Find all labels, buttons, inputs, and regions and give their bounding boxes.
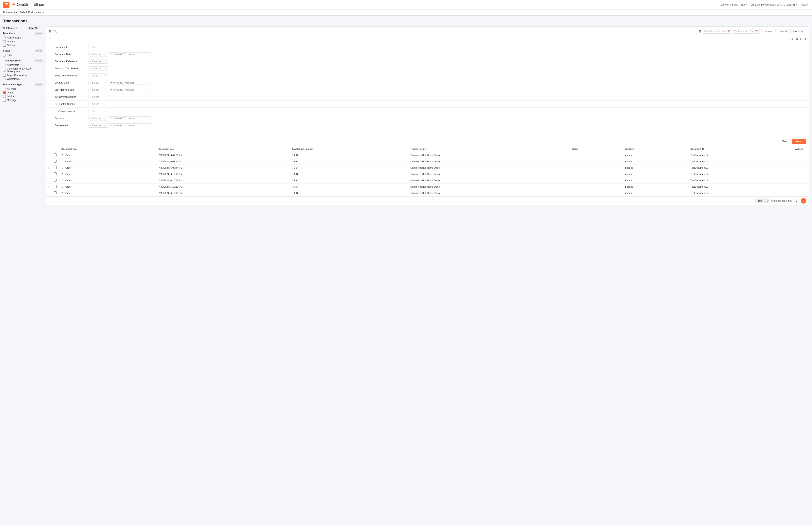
row-checkbox-2[interactable] bbox=[54, 166, 57, 169]
input-created-date[interactable] bbox=[108, 81, 151, 85]
org-menu[interactable]: JB Example Company (Org ID: 12345) ▼ bbox=[751, 3, 798, 6]
row-checkbox-4[interactable] bbox=[54, 179, 57, 181]
checkbox-inbound[interactable] bbox=[3, 40, 6, 43]
view-icon-button[interactable]: 👁 bbox=[791, 38, 794, 41]
expand-gs-control[interactable]: › bbox=[51, 103, 54, 105]
select-box-additional-doc-ref[interactable]: – Select – ▾ bbox=[88, 66, 108, 71]
row-checkbox-0[interactable] bbox=[54, 153, 57, 156]
checkbox-invoice[interactable] bbox=[3, 95, 6, 98]
row-checkbox-3[interactable] bbox=[54, 172, 57, 175]
from-date-input[interactable]: From Transaction Date 📅 bbox=[703, 29, 732, 33]
expand-last-modified[interactable]: › bbox=[51, 89, 54, 91]
expand-extra[interactable]: › bbox=[51, 131, 54, 134]
checkbox-error[interactable] bbox=[3, 54, 6, 57]
expand-isa-control[interactable]: › bbox=[51, 96, 54, 98]
env-selector[interactable]: Default Environment ▼ bbox=[20, 11, 44, 14]
prev-page-button[interactable]: ‹ bbox=[794, 198, 799, 204]
expand-downloaded[interactable]: › bbox=[51, 124, 54, 126]
expand-document-ref[interactable]: › bbox=[51, 60, 54, 63]
row-checkbox-1[interactable] bbox=[54, 160, 57, 163]
row-expand-6[interactable]: › bbox=[46, 190, 51, 196]
select-box-document-id[interactable]: – Select – ▾ bbox=[88, 45, 108, 49]
select-box-integration-ref[interactable]: – Select – ▾ bbox=[88, 74, 108, 78]
clear-all-button[interactable]: Clear All bbox=[28, 27, 39, 30]
row-expand-4[interactable]: › bbox=[46, 177, 51, 184]
expand-document-date[interactable]: › bbox=[51, 53, 54, 56]
row-checkbox-cell-3 bbox=[51, 171, 59, 177]
checkbox-commercehub-amazon[interactable] bbox=[3, 69, 6, 72]
trading-partners-clear-button[interactable]: Clear bbox=[35, 59, 43, 62]
per-page-select[interactable]: 500 100 50 bbox=[755, 198, 769, 203]
row-date-1: 7/30/2024, 6:08:44 PM bbox=[156, 159, 290, 165]
directions-clear-button[interactable]: Clear bbox=[35, 32, 43, 35]
hamburger-menu[interactable] bbox=[3, 2, 10, 8]
help-menu[interactable]: Help ▼ bbox=[801, 3, 809, 6]
select-box-gs-control[interactable]: – Select – ▾ bbox=[88, 102, 108, 106]
filter-refresh-button[interactable]: ↺ bbox=[48, 38, 51, 41]
checkbox-order[interactable] bbox=[3, 91, 6, 94]
row-expand-5[interactable]: › bbox=[46, 184, 51, 190]
expand-created-date[interactable]: › bbox=[51, 81, 54, 84]
hamburger-icon bbox=[5, 3, 8, 6]
org-chevron-icon: ▼ bbox=[796, 3, 798, 6]
download-icon-button[interactable]: ⬇ bbox=[799, 38, 802, 41]
expand-additional-doc-ref[interactable]: › bbox=[51, 68, 54, 70]
expand-success[interactable]: › bbox=[51, 117, 54, 120]
row-doc-type-0: 🗒Order bbox=[59, 152, 156, 159]
checkbox-target[interactable] bbox=[3, 74, 6, 77]
select-box-document-ref[interactable]: – Select – ▾ bbox=[88, 59, 108, 64]
select-box-document-date[interactable]: – Select – ▾ bbox=[88, 52, 108, 57]
doc-icon-4: 🗒 bbox=[61, 179, 64, 182]
checkbox-all-directions[interactable] bbox=[3, 36, 6, 39]
row-expand-1[interactable]: › bbox=[46, 159, 51, 165]
select-box-last-modified[interactable]: – Select – ▾ bbox=[88, 88, 108, 92]
row-expand-0[interactable]: › bbox=[46, 152, 51, 159]
row-expand-3[interactable]: › bbox=[46, 171, 51, 177]
select-success: – Select – ▾ bbox=[88, 116, 151, 120]
select-integration-ref: – Select – ▾ bbox=[88, 74, 108, 78]
select-box-created-date[interactable]: – Select – ▾ bbox=[88, 80, 108, 85]
input-success[interactable] bbox=[108, 116, 151, 120]
status-clear-button[interactable]: Clear bbox=[35, 49, 43, 52]
expand-st-control[interactable]: › bbox=[51, 110, 54, 112]
last-day-button[interactable]: Last day bbox=[761, 29, 774, 33]
input-downloaded[interactable] bbox=[108, 123, 151, 127]
filter-search-button[interactable]: Search bbox=[792, 139, 806, 144]
columns-icon-button[interactable]: ⊞ bbox=[795, 38, 798, 41]
expand-integration-ref[interactable]: › bbox=[51, 74, 54, 77]
row-checkbox-5[interactable] bbox=[54, 185, 57, 188]
doc-type-clear-button[interactable]: Clear bbox=[35, 83, 43, 86]
row-checkbox-6[interactable] bbox=[54, 191, 57, 194]
last-week-button[interactable]: Last week bbox=[776, 29, 790, 33]
next-page-button[interactable]: › bbox=[801, 198, 806, 204]
user-name: Jan bbox=[741, 3, 745, 6]
filter-section-status: Status Clear Error bbox=[3, 49, 43, 57]
last-month-button[interactable]: Last month bbox=[791, 29, 806, 33]
checkbox-all-partners[interactable] bbox=[3, 64, 6, 66]
toolbar-icons: 👁 ⊞ ⬇ ↺ bbox=[791, 38, 806, 41]
filter-clear-button[interactable]: Clear bbox=[778, 139, 791, 144]
checkbox-message[interactable] bbox=[3, 99, 6, 102]
expand-document-id[interactable]: › bbox=[51, 46, 54, 48]
refresh-icon-button[interactable]: ↺ bbox=[804, 38, 806, 41]
checkbox-all-types[interactable] bbox=[3, 88, 6, 90]
input-last-modified[interactable] bbox=[108, 88, 151, 92]
to-date-input[interactable]: To Transaction Date 📅 bbox=[733, 29, 760, 33]
input-document-date[interactable] bbox=[108, 52, 151, 56]
select-box-st-control[interactable]: – Select – ▾ bbox=[88, 109, 108, 114]
filters-header: ▽ Filters 1 Clear All ✕ bbox=[3, 27, 43, 30]
search-input[interactable] bbox=[52, 29, 697, 34]
select-box-isa-control[interactable]: – Select – ▾ bbox=[88, 95, 108, 99]
close-filters-button[interactable]: ✕ bbox=[40, 27, 43, 30]
checkbox-outbound[interactable] bbox=[3, 44, 6, 47]
user-menu[interactable]: Welcome back, Jan ▼ bbox=[721, 3, 748, 6]
from-date-placeholder: From Transaction Date bbox=[704, 30, 726, 32]
row-expand-2[interactable]: › bbox=[46, 165, 51, 171]
filter-toggle-button[interactable]: ⊞ bbox=[48, 29, 51, 33]
checkbox-walmart[interactable] bbox=[3, 78, 6, 80]
select-box-success[interactable]: – Select – ▾ bbox=[88, 116, 108, 120]
select-isa-control: – Select – ▾ bbox=[88, 95, 108, 99]
select-box-downloaded[interactable]: – Select – ▾ bbox=[88, 123, 108, 127]
main-content: Transactions ▽ Filters 1 Clear All ✕ Dir… bbox=[0, 16, 812, 209]
advanced-filter-icon-button[interactable]: ⊟ bbox=[699, 29, 701, 33]
